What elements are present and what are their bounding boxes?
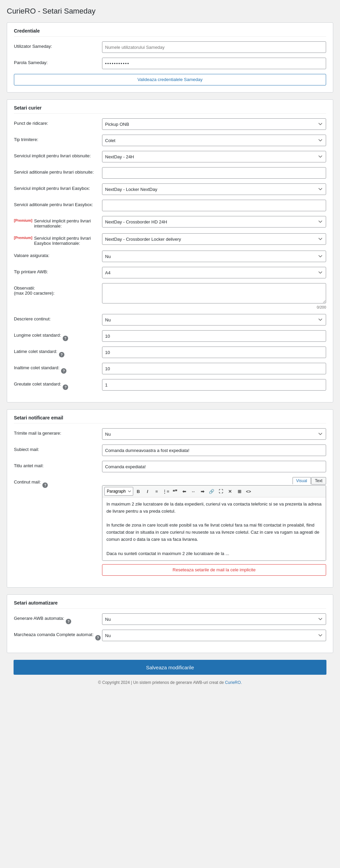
toolbar-format-btn[interactable]: ⊞ [235,487,244,496]
punct-row: Punct de ridicare: Pickup ONB [14,118,326,130]
inaltime-help-icon[interactable]: ? [61,368,66,374]
toolbar-bold-btn[interactable]: B [134,487,143,496]
toolbar-link-btn[interactable]: 🔗 [207,487,216,496]
subiect-label: Subiect mail: [14,445,102,452]
toolbar-code-view-btn[interactable]: <> [244,487,253,496]
trimite-select[interactable]: Nu Da [102,428,326,440]
toolbar-align-center-btn[interactable]: ↔ [189,487,198,496]
generare-select[interactable]: Nu Da [102,613,326,625]
greutate-label: Greutate colet standard: ? [14,379,102,390]
tip-printare-row: Tip printare AWB: A4 A6 [14,267,326,278]
serviciu-implicit-row: Serviciul implicit pentru livrari obisnu… [14,151,326,162]
trimite-label: Trimite mail la generare: [14,428,102,436]
servicii-aditionale-row: Servicii aditionale pentru livrari obisn… [14,167,326,179]
serviciu-implicit-select[interactable]: NextDay - 24H [102,151,326,162]
continut-wrap: Visual Text Paragraph B I ≡ [102,477,326,576]
greutate-wrap [102,379,326,391]
subiect-wrap [102,445,326,456]
validate-button[interactable]: Valideaza credentialele Sameday [14,74,326,85]
latime-help-icon[interactable]: ? [59,352,64,357]
copyright-text: © Copyright 2024 | Un sistem prietenos d… [98,680,224,685]
lungime-label: Lungime colet standard: ? [14,330,102,341]
lungime-help-icon[interactable]: ? [63,336,68,341]
greutate-help-icon[interactable]: ? [63,384,68,390]
utilizator-label: Utilizator Sameday: [14,41,102,49]
page-title: CurieRO - Setari Sameday [7,7,333,16]
toolbar-paragraph-select[interactable]: Paragraph [104,487,133,496]
inaltime-label: Inaltime colet standard: ? [14,363,102,374]
serviciu-easybox-select[interactable]: NextDay - Locker NextDay [102,183,326,195]
servicii-aditionale-easybox-input[interactable] [102,200,326,211]
generare-label: Generare AWB automata: ? [14,613,102,624]
toolbar-close-btn[interactable]: ✕ [225,487,234,496]
greutate-input[interactable] [102,379,326,391]
marcheaza-select[interactable]: Nu Da [102,630,326,641]
titlu-input[interactable] [102,461,326,472]
titlu-wrap [102,461,326,472]
toolbar-paragraph-group: Paragraph [104,487,133,496]
automatizare-title: Setari automatizare [14,600,326,609]
descriere-wrap: Nu Da [102,314,326,326]
serviciu-easybox-intl-wrap: NextDay - Crossborder Locker delivery [102,233,326,245]
utilizator-wrap [102,41,326,53]
descriere-select[interactable]: Nu Da [102,314,326,326]
serviciu-easybox-intl-label: [Premium] Serviciul implicit pentru livr… [14,233,102,246]
serviciu-easybox-intl-row: [Premium] Serviciul implicit pentru livr… [14,233,326,246]
tab-visual[interactable]: Visual [293,477,311,485]
serviciu-easybox-label: Serviciul implicit pentru livrari Easybo… [14,183,102,191]
toolbar-italic-btn[interactable]: I [143,487,152,496]
utilizator-input[interactable] [102,41,326,53]
editor-wrapper: Paragraph B I ≡ ⋮≡ ❝❞ ⬅ ↔ ➡ 🔗 [102,485,326,561]
marcheaza-label: Marcheaza comanda Complete automat: ? [14,630,102,640]
serviciu-easybox-intl-label-text: Serviciul implicit pentru livrari Easybo… [34,236,102,246]
curiero-link[interactable]: CurieRO. [225,680,242,685]
serviciu-easybox-intl-select[interactable]: NextDay - Crossborder Locker delivery [102,233,326,245]
continut-help-icon[interactable]: ? [42,482,48,488]
toolbar-align-right-btn[interactable]: ➡ [198,487,207,496]
servicii-aditionale-input[interactable] [102,167,326,179]
tip-trimitere-wrap: Colet [102,135,326,146]
toolbar-quote-btn[interactable]: ❝❞ [171,487,179,496]
punct-label: Punct de ridicare: [14,118,102,126]
email-title: Setari notificare email [14,415,326,423]
observatii-textarea[interactable] [102,283,326,303]
save-button[interactable]: Salveaza modificarile [14,660,326,675]
inaltime-input[interactable] [102,363,326,374]
serviciu-easybox-wrap: NextDay - Locker NextDay [102,183,326,195]
latime-row: Latime colet standard: ? [14,347,326,358]
generare-help-icon[interactable]: ? [66,619,71,624]
toolbar-fullscreen-btn[interactable]: ⛶ [216,487,225,496]
reset-mail-button[interactable]: Reseteaza setarile de mail la cele impli… [102,564,326,576]
servicii-aditionale-label: Servicii aditionale pentru livrari obisn… [14,167,102,175]
parola-wrap [102,58,326,69]
servicii-aditionale-easybox-row: Servicii aditionale pentru livrari Easyb… [14,200,326,211]
subiect-input[interactable] [102,445,326,456]
serviciu-intl-select[interactable]: NextDay - Crossborder HD 24H [102,216,326,228]
valoare-asigurata-select[interactable]: Nu Da [102,251,326,262]
parola-row: Parola Sameday: [14,58,326,69]
observatii-row: Observatii:(max 200 caractere): 0/200 [14,283,326,309]
inaltime-wrap [102,363,326,374]
toolbar-ordered-list-btn[interactable]: ⋮≡ [161,487,170,496]
tip-trimitere-select[interactable]: Colet [102,135,326,146]
credentials-section: Credentiale Utilizator Sameday: Parola S… [7,22,333,93]
editor-p1: In maximum 2 zile lucratoare de la data … [106,501,322,515]
parola-label: Parola Sameday: [14,58,102,65]
punct-wrap: Pickup ONB [102,118,326,130]
toolbar-unordered-list-btn[interactable]: ≡ [152,487,161,496]
parola-input[interactable] [102,58,326,69]
tip-trimitere-label: Tip trimitere: [14,135,102,142]
lungime-input[interactable] [102,330,326,342]
tip-printare-select[interactable]: A4 A6 [102,267,326,278]
toolbar-align-left-btn[interactable]: ⬅ [180,487,188,496]
latime-input[interactable] [102,347,326,358]
marcheaza-help-icon[interactable]: ? [95,635,101,640]
email-section: Setari notificare email Trimite mail la … [7,409,333,588]
tab-text[interactable]: Text [311,477,326,485]
greutate-row: Greutate colet standard: ? [14,379,326,391]
punct-select[interactable]: Pickup ONB [102,118,326,130]
automatizare-section: Setari automatizare Generare AWB automat… [7,594,333,653]
serviciu-intl-label: [Premium] Serviciul implicit pentru livr… [14,216,102,229]
subiect-row: Subiect mail: [14,445,326,456]
editor-content[interactable]: In maximum 2 zile lucratoare de la data … [102,497,326,560]
